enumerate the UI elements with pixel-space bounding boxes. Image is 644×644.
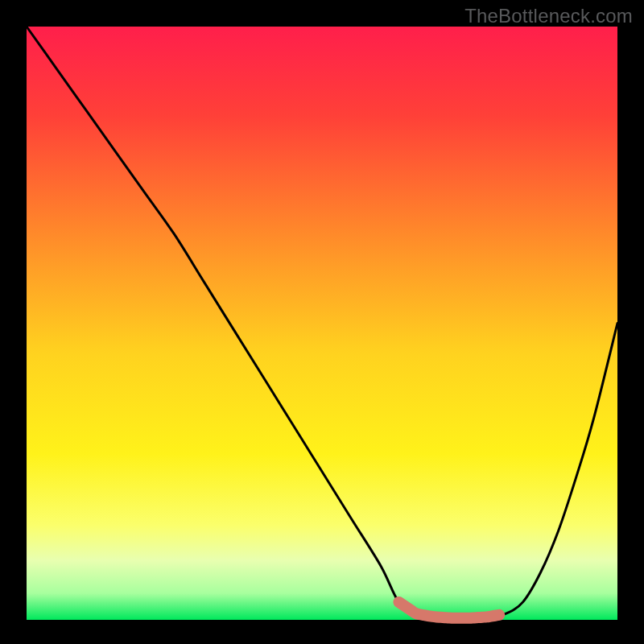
- watermark-text: TheBottleneck.com: [464, 5, 633, 27]
- chart-frame: TheBottleneck.com: [0, 0, 644, 644]
- gradient-background: [27, 27, 617, 620]
- bottleneck-chart: [0, 0, 644, 644]
